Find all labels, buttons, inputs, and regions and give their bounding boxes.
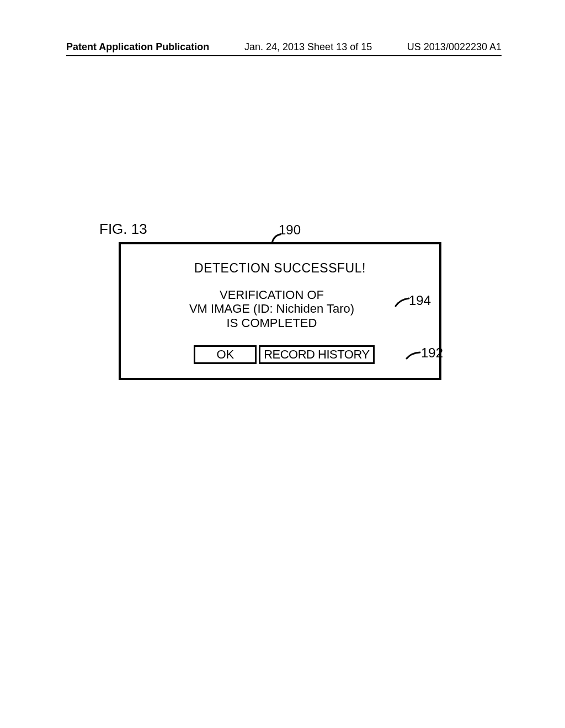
dialog-msg-line3: IS COMPLETED xyxy=(227,316,317,330)
dialog-msg-line1: VERIFICATION OF xyxy=(220,288,324,302)
callout-190: 190 xyxy=(279,222,301,238)
header-rule xyxy=(66,55,502,56)
callout-192: 192 xyxy=(421,345,443,361)
dialog-button-row: OK RECORD HISTORY xyxy=(132,345,428,364)
verification-dialog: DETECTION SUCCESSFUL! VERIFICATION OF VM… xyxy=(119,242,441,380)
header-publication-type: Patent Application Publication xyxy=(66,41,209,53)
ok-button[interactable]: OK xyxy=(194,345,257,364)
callout-194: 194 xyxy=(409,293,431,308)
dialog-msg-line2: VM IMAGE (ID: Nichiden Taro) xyxy=(189,302,354,315)
figure-13: FIG. 13 190 DETECTION SUCCESSFUL! VERIFI… xyxy=(97,221,483,380)
header-publication-number: US 2013/0022230 A1 xyxy=(407,41,502,53)
header-date-sheet: Jan. 24, 2013 Sheet 13 of 15 xyxy=(244,41,372,53)
dialog-title: DETECTION SUCCESSFUL! xyxy=(132,261,428,276)
record-history-button[interactable]: RECORD HISTORY xyxy=(259,345,374,364)
dialog-wrap: 190 DETECTION SUCCESSFUL! VERIFICATION O… xyxy=(119,242,483,380)
dialog-message: VERIFICATION OF VM IMAGE (ID: Nichiden T… xyxy=(115,288,428,330)
page-header: Patent Application Publication Jan. 24, … xyxy=(66,41,502,53)
leader-line-192 xyxy=(406,351,422,360)
